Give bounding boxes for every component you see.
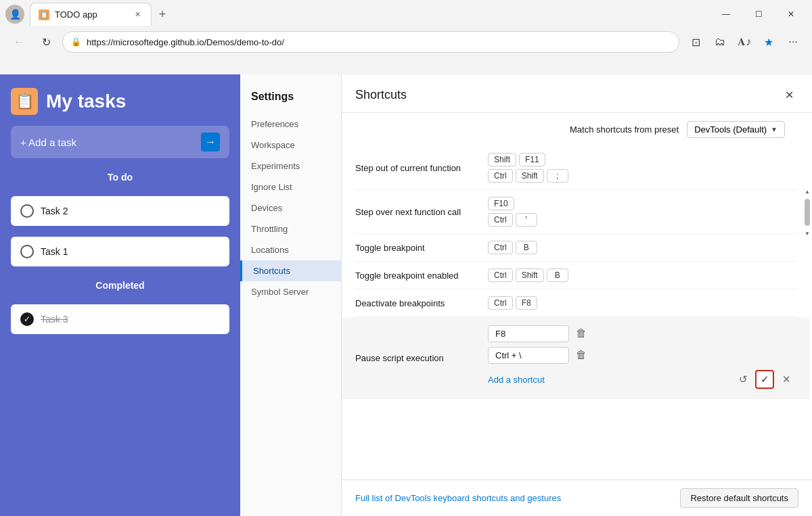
refresh-button[interactable]: ↻ xyxy=(35,31,57,53)
nav-item-ignore-list[interactable]: Ignore List xyxy=(240,177,341,197)
window-controls: — ☐ ✕ xyxy=(710,3,807,25)
toolbar-actions: ⊡ 🗂 𝐀♪ ★ ··· xyxy=(685,31,804,53)
delete-shortcut-2-button[interactable]: 🗑 xyxy=(572,346,591,365)
shortcut-name: Toggle breakpoint enabled xyxy=(355,271,477,281)
preset-row: Match shortcuts from preset DevTools (De… xyxy=(342,113,812,146)
shortcuts-footer: Full list of DevTools keyboard shortcuts… xyxy=(342,479,812,516)
shortcut-name: Step out of current function xyxy=(355,163,477,173)
key-badge: Ctrl xyxy=(488,213,513,227)
key-badge: F8 xyxy=(516,296,537,310)
new-tab-button[interactable]: + xyxy=(153,5,172,24)
nav-item-preferences[interactable]: Preferences xyxy=(240,114,341,135)
read-aloud-button[interactable]: 𝐀♪ xyxy=(734,31,755,53)
task-item[interactable]: Task 1 xyxy=(11,237,229,266)
minimize-button[interactable]: — xyxy=(710,3,742,25)
todo-title: My tasks xyxy=(46,91,126,112)
editing-shortcut-name: Pause script execution xyxy=(355,353,477,363)
shortcuts-close-button[interactable]: ✕ xyxy=(780,85,798,104)
shortcut-keys: Ctrl F8 xyxy=(488,296,796,310)
scroll-thumb[interactable] xyxy=(805,199,810,226)
url-bar[interactable]: 🔒 https://microsoftedge.github.io/Demos/… xyxy=(62,31,679,53)
scroll-track: ▲ ▼ xyxy=(804,187,811,425)
key-combo: Ctrl B xyxy=(488,241,796,254)
lock-icon: 🔒 xyxy=(71,37,81,47)
shortcut-name: Toggle breakpoint xyxy=(355,243,477,253)
nav-item-locations[interactable]: Locations xyxy=(240,239,341,260)
add-task-button[interactable]: + Add a task → xyxy=(11,126,229,158)
tab-bar: 📋 TODO app ✕ + xyxy=(30,3,705,26)
restore-defaults-button[interactable]: Restore default shortcuts xyxy=(680,488,798,508)
preset-value: DevTools (Default) xyxy=(694,124,767,135)
maximize-button[interactable]: ☐ xyxy=(743,3,774,25)
key-badge: F10 xyxy=(488,197,514,210)
shortcut-row: Step out of current function Shift F11 C… xyxy=(355,146,796,190)
settings-panel: Settings Preferences Workspace Experimen… xyxy=(240,74,812,516)
nav-item-symbol-server[interactable]: Symbol Server xyxy=(240,281,341,302)
shortcuts-content: Shortcuts ✕ Match shortcuts from preset … xyxy=(342,74,812,516)
task-item[interactable]: Task 2 xyxy=(11,196,229,226)
tab-close-button[interactable]: ✕ xyxy=(132,9,143,20)
key-combo: Ctrl F8 xyxy=(488,296,796,310)
completed-section-title: Completed xyxy=(11,280,229,291)
delete-shortcut-1-button[interactable]: 🗑 xyxy=(572,324,591,343)
shortcut-keys: F10 Ctrl ' xyxy=(488,197,796,227)
task-checkbox-1[interactable] xyxy=(20,245,34,258)
preset-select[interactable]: DevTools (Default) ▼ xyxy=(687,121,785,138)
shortcut-row: Toggle breakpoint enabled Ctrl Shift B xyxy=(355,262,796,289)
shortcut-keys: Shift F11 Ctrl Shift ; xyxy=(488,153,796,183)
key-input-2[interactable] xyxy=(488,347,569,364)
task-label-2: Task 2 xyxy=(41,206,68,216)
nav-item-experiments[interactable]: Experiments xyxy=(240,156,341,177)
key-input-1[interactable] xyxy=(488,325,569,342)
web-select-button[interactable]: ⊡ xyxy=(685,31,706,53)
favorites-button[interactable]: ★ xyxy=(758,31,780,53)
task-checkbox-3[interactable]: ✓ xyxy=(20,312,34,326)
full-list-link[interactable]: Full list of DevTools keyboard shortcuts… xyxy=(355,493,561,503)
nav-item-workspace[interactable]: Workspace xyxy=(240,135,341,156)
nav-item-shortcuts[interactable]: Shortcuts xyxy=(240,260,341,281)
shortcut-row: Step over next function call F10 Ctrl ' xyxy=(355,190,796,234)
scroll-up-button[interactable]: ▲ xyxy=(804,187,811,196)
settings-nav: Settings Preferences Workspace Experimen… xyxy=(240,74,342,516)
settings-nav-title: Settings xyxy=(240,85,341,114)
key-combo: Ctrl ' xyxy=(488,213,796,227)
key-combo-input-1: 🗑 xyxy=(488,324,796,343)
browser-chrome: 👤 📋 TODO app ✕ + — ☐ ✕ ← ↻ 🔒 https://mic… xyxy=(0,0,812,74)
cancel-button[interactable]: ✕ xyxy=(777,370,796,389)
address-bar: ← ↻ 🔒 https://microsoftedge.github.io/De… xyxy=(0,28,812,55)
key-combo: F10 xyxy=(488,197,796,210)
task-item-completed[interactable]: ✓ Task 3 xyxy=(11,304,229,334)
key-badge: Ctrl xyxy=(488,268,513,282)
preset-label: Match shortcuts from preset xyxy=(570,124,679,135)
shortcut-name: Deactivate breakpoints xyxy=(355,298,477,308)
shortcut-row: Deactivate breakpoints Ctrl F8 xyxy=(355,289,796,317)
key-badge: Ctrl xyxy=(488,296,513,310)
close-button[interactable]: ✕ xyxy=(775,3,807,25)
more-button[interactable]: ··· xyxy=(782,31,804,53)
add-task-label: + Add a task xyxy=(20,137,196,148)
key-badge: B xyxy=(516,241,537,254)
tab-title: TODO app xyxy=(55,9,127,20)
profile-avatar[interactable]: 👤 xyxy=(5,5,24,24)
preset-chevron-icon: ▼ xyxy=(771,126,777,133)
main-content: 📋 My tasks + Add a task → To do Task 2 T… xyxy=(0,74,812,516)
key-badge: B xyxy=(547,268,568,282)
task-checkbox-2[interactable] xyxy=(20,204,34,218)
scroll-down-button[interactable]: ▼ xyxy=(804,229,811,238)
key-badge: Ctrl xyxy=(488,241,513,254)
active-tab[interactable]: 📋 TODO app ✕ xyxy=(30,3,152,26)
collections-button[interactable]: 🗂 xyxy=(709,31,731,53)
back-button[interactable]: ← xyxy=(8,31,30,53)
add-task-arrow-icon: → xyxy=(201,133,220,151)
shortcut-row: Toggle breakpoint Ctrl B xyxy=(355,234,796,262)
nav-item-devices[interactable]: Devices xyxy=(240,197,341,218)
shortcuts-page-title: Shortcuts xyxy=(355,88,407,102)
nav-item-throttling[interactable]: Throttling xyxy=(240,218,341,239)
confirm-button[interactable]: ✓ xyxy=(755,370,774,389)
undo-button[interactable]: ↺ xyxy=(734,370,752,389)
add-shortcut-link[interactable]: Add a shortcut xyxy=(488,371,545,389)
url-text: https://microsoftedge.github.io/Demos/de… xyxy=(87,37,671,47)
shortcut-keys: Ctrl Shift B xyxy=(488,268,796,282)
todo-header: 📋 My tasks xyxy=(11,88,229,115)
task-label-1: Task 1 xyxy=(41,246,68,257)
